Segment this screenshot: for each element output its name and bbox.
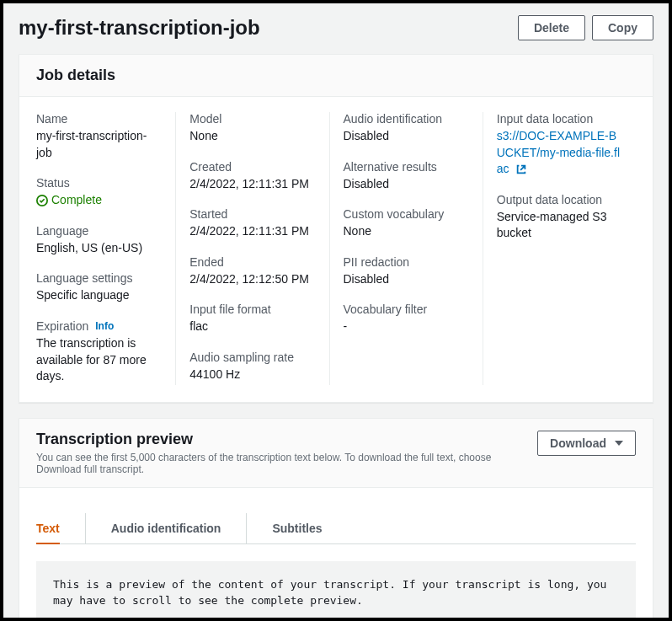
preview-title: Transcription preview [36,431,537,448]
language-settings-value: Specific language [36,287,162,304]
download-button[interactable]: Download [537,431,636,456]
model-value: None [189,128,315,145]
alt-results-label: Alternative results [344,160,469,174]
external-link-icon [515,163,527,175]
vocab-filter-label: Vocabulary filter [344,302,469,316]
output-loc-label: Output data location [497,193,622,206]
vocab-value: None [344,223,469,240]
language-label: Language [36,224,162,238]
caret-down-icon [615,441,623,446]
details-col-1: Name my-first-transcription-job Status C… [36,112,176,385]
ended-value: 2/4/2022, 12:12:50 PM [189,271,315,288]
job-details-panel: Job details Name my-first-transcription-… [19,54,653,403]
language-settings-label: Language settings [36,271,162,285]
rate-value: 44100 Hz [189,367,315,383]
preview-header: Transcription preview You can see the fi… [19,419,653,488]
started-value: 2/4/2022, 12:11:31 PM [189,223,315,240]
vocab-filter-value: - [344,319,469,335]
created-value: 2/4/2022, 12:11:31 PM [189,176,315,193]
language-value: English, US (en-US) [36,240,162,257]
vocab-label: Custom vocabulary [344,207,469,221]
created-label: Created [189,160,315,174]
ended-label: Ended [189,255,315,269]
name-label: Name [36,112,162,126]
started-label: Started [189,207,315,221]
input-loc-label: Input data location [497,112,622,126]
format-value: flac [189,319,315,335]
pii-label: PII redaction [344,255,469,269]
preview-content-box: This is a preview of the content of your… [36,561,636,618]
output-loc-value: Service-managed S3 bucket [497,209,622,242]
download-label: Download [550,436,606,450]
details-col-2: Model None Created 2/4/2022, 12:11:31 PM… [176,112,329,385]
check-circle-icon [36,195,48,206]
tab-subtitles[interactable]: Subtitles [246,513,322,543]
delete-button[interactable]: Delete [518,15,585,40]
tab-text[interactable]: Text [36,513,60,543]
preview-subtitle: You can see the first 5,000 characters o… [36,452,537,475]
name-value: my-first-transcription-job [36,128,162,161]
expiration-value: The transcription is available for 87 mo… [36,335,162,385]
status-label: Status [36,176,162,190]
preview-text: This is a preview of the content of your… [53,576,619,609]
transcription-preview-panel: Transcription preview You can see the fi… [19,418,653,618]
copy-button[interactable]: Copy [592,15,653,40]
page-title: my-first-transcription-job [19,16,260,40]
format-label: Input file format [189,302,315,316]
job-details-title: Job details [36,67,115,84]
input-loc-value: s3://DOC-EXAMPLE-BUCKET/my-media-file.fl… [497,128,622,178]
audio-id-label: Audio identification [344,112,469,126]
pii-value: Disabled [344,271,469,288]
page-header: my-first-transcription-job Delete Copy [3,3,669,54]
header-actions: Delete Copy [518,15,653,40]
status-value: Complete [36,192,162,209]
expiration-label: Expiration Info [36,319,162,333]
rate-label: Audio sampling rate [189,351,315,364]
job-details-header: Job details [19,55,653,97]
details-col-3: Audio identification Disabled Alternativ… [330,112,483,385]
audio-id-value: Disabled [344,128,469,145]
preview-tabs: Text Audio identification Subtitles [36,505,636,544]
details-col-4: Input data location s3://DOC-EXAMPLE-BUC… [483,112,636,385]
expiration-info-link[interactable]: Info [95,320,114,332]
job-details-body: Name my-first-transcription-job Status C… [19,97,653,402]
alt-results-value: Disabled [344,176,469,193]
tab-audio-identification[interactable]: Audio identification [85,513,221,543]
status-text: Complete [51,192,102,209]
model-label: Model [189,112,315,126]
